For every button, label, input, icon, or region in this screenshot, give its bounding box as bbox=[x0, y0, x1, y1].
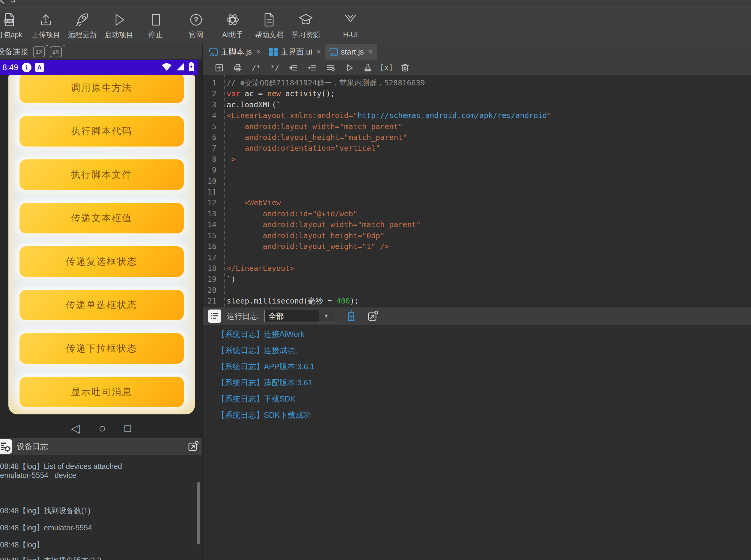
document-icon bbox=[262, 12, 277, 27]
phone-button-list: 调用原生方法执行脚本代码执行脚本文件传递文本框值传递复选框状态传递单选框状态传递… bbox=[8, 75, 195, 407]
tab-main-ui[interactable]: 主界面.ui × bbox=[265, 44, 325, 60]
phone-screen[interactable]: 调用原生方法执行脚本代码执行脚本文件传递文本框值传递复选框状态传递单选框状态传递… bbox=[8, 75, 195, 414]
comment-open-icon[interactable]: /* bbox=[247, 63, 266, 72]
main-toolbar: APK 打包apk 上传项目 远程更新 启动项目 停止 bbox=[0, 7, 751, 44]
device-log-entry: 08:48【log】 bbox=[0, 540, 193, 549]
code-line: 16 android:layout_weight="1" /> bbox=[203, 241, 751, 252]
phone-button[interactable]: 传递复选框状态 bbox=[19, 246, 184, 277]
run-log-entry: 【系统日志】连接AiWork bbox=[217, 330, 751, 338]
close-icon[interactable]: × bbox=[316, 47, 321, 57]
device-log-body[interactable]: 08:48【log】List of devices attached emula… bbox=[0, 455, 202, 560]
device-log-entries: 08:48【log】List of devices attached emula… bbox=[0, 462, 193, 560]
clear-log-brush-icon[interactable] bbox=[345, 309, 358, 323]
a-badge-icon: A bbox=[35, 63, 44, 72]
run-script-icon[interactable] bbox=[340, 63, 359, 72]
toolbar-ai-assistant[interactable]: AI助手 bbox=[214, 12, 251, 40]
phone-button[interactable]: 显示吐司消息 bbox=[19, 377, 184, 407]
device-mirror[interactable]: 8:49 i A 调用原生方法执行脚本代码执行脚本文件传递文本框值传递复 bbox=[0, 60, 202, 438]
apk-icon: APK bbox=[2, 12, 17, 27]
popout-icon[interactable] bbox=[187, 440, 199, 453]
toolbar-remote-update[interactable]: 远程更新 bbox=[64, 12, 101, 40]
outdent-icon[interactable] bbox=[284, 63, 303, 72]
svg-text:APK: APK bbox=[5, 19, 12, 23]
device-log-entry: 08:48【log】List of devices attached emula… bbox=[0, 462, 193, 480]
run-log-title: 运行日志 bbox=[227, 311, 258, 321]
hui-logo-icon bbox=[343, 13, 358, 28]
editor-tabbar: JS 主脚本.js × 主界面.ui × JS start.js × bbox=[203, 44, 751, 60]
code-line: 2var ac = new activity(); bbox=[203, 88, 751, 99]
device-log-entry: 08:48【log】emulator-5554 bbox=[0, 523, 193, 532]
comment-close-icon[interactable]: */ bbox=[266, 63, 284, 72]
stop-icon bbox=[149, 12, 162, 27]
phone-button[interactable]: 传递单选框状态 bbox=[19, 290, 184, 320]
editor-toolbar: /* */ [x] bbox=[203, 60, 751, 75]
toolbar-upload-project[interactable]: 上传项目 bbox=[27, 12, 64, 40]
code-line: 15 android:layout_height="0dp" bbox=[203, 231, 751, 241]
test-flask-icon[interactable] bbox=[359, 63, 377, 72]
phone-button[interactable]: 执行脚本代码 bbox=[19, 116, 184, 146]
scale-1x-button[interactable]: 1X bbox=[33, 46, 45, 57]
code-line: 10 bbox=[203, 176, 751, 187]
close-icon[interactable]: × bbox=[368, 47, 373, 57]
code-line: 18</LinearLayout> bbox=[203, 263, 751, 274]
phone-button[interactable]: 传递下拉框状态 bbox=[19, 333, 184, 364]
phone-button[interactable]: 执行脚本文件 bbox=[19, 159, 184, 190]
upload-icon bbox=[38, 12, 53, 27]
toolbar-official-site[interactable]: ? 官网 bbox=[178, 12, 214, 40]
chevron-down-icon: ▼ bbox=[319, 310, 334, 322]
toolbar-stop[interactable]: 停止 bbox=[137, 12, 174, 40]
variable-icon[interactable]: [x] bbox=[377, 63, 396, 72]
close-icon[interactable]: × bbox=[256, 47, 261, 57]
device-panel: 设备连接 1X 2X 8:49 i A bbox=[0, 44, 202, 560]
toolbar-package-apk[interactable]: APK 打包apk bbox=[0, 12, 27, 40]
code-editor[interactable]: 1// ⊛交流QQ群711841924群一，苹果内测群，5288166392va… bbox=[203, 75, 751, 307]
rocket-icon bbox=[74, 12, 91, 27]
device-log-header: 设备日志 bbox=[0, 438, 202, 455]
nav-home-icon[interactable]: ○ bbox=[99, 422, 106, 434]
code-line: 7 android:orientation="vertical" bbox=[203, 143, 751, 154]
gutter-divider bbox=[224, 75, 225, 307]
run-log-entry: 【系统日志】APP版本:3.6.1 bbox=[217, 363, 751, 371]
clear-trash-icon[interactable] bbox=[396, 63, 414, 72]
toolbar-separator bbox=[326, 12, 326, 40]
code-line: 14 android:layout_width="match_parent" bbox=[203, 219, 751, 230]
js-file-icon: JS bbox=[329, 48, 338, 56]
run-log-body[interactable]: 【系统日志】连接AiWork【系统日志】连接成功:【系统日志】APP版本:3.6… bbox=[203, 325, 751, 560]
play-icon bbox=[112, 12, 126, 27]
run-log-icon bbox=[208, 309, 221, 323]
nav-recents-icon[interactable]: □ bbox=[124, 423, 131, 434]
battery-icon bbox=[188, 62, 194, 73]
code-lines: 1// ⊛交流QQ群711841924群一，苹果内测群，5288166392va… bbox=[203, 78, 751, 307]
tab-start-js[interactable]: JS start.js × bbox=[325, 44, 377, 60]
question-circle-icon: ? bbox=[189, 12, 204, 27]
toolbar-hui[interactable]: H-UI bbox=[332, 13, 369, 39]
device-log-icon bbox=[0, 439, 12, 454]
graduation-icon bbox=[298, 12, 314, 27]
toolbar-separator bbox=[176, 12, 176, 40]
app-window: APK 打包apk 上传项目 远程更新 启动项目 停止 bbox=[0, 0, 751, 560]
print-icon[interactable] bbox=[228, 63, 247, 72]
code-line: 6 android:layout_height="match_parent" bbox=[203, 132, 751, 143]
phone-button[interactable]: 传递文本框值 bbox=[19, 203, 184, 234]
scale-2x-button[interactable]: 2X bbox=[50, 46, 62, 57]
log-filter-dropdown[interactable]: 全部 ▼ bbox=[265, 310, 334, 322]
indent-icon[interactable] bbox=[303, 63, 321, 72]
nav-back-icon[interactable]: ◁ bbox=[71, 422, 80, 434]
clipped-icon bbox=[0, 0, 7, 4]
code-line: 12 <WebView bbox=[203, 197, 751, 208]
new-snippet-icon[interactable] bbox=[210, 63, 228, 72]
popout-icon[interactable] bbox=[367, 309, 379, 323]
phone-button[interactable]: 调用原生方法 bbox=[19, 75, 184, 103]
phone-clock: 8:49 bbox=[2, 63, 18, 72]
device-log-scrollbar[interactable] bbox=[197, 482, 200, 544]
toolbar-help-docs[interactable]: 帮助文档 bbox=[251, 12, 288, 40]
format-code-icon[interactable] bbox=[321, 63, 340, 72]
toolbar-learning-resources[interactable]: 学习资源 bbox=[288, 12, 324, 40]
toolbar-run-project[interactable]: 启动项目 bbox=[101, 12, 137, 40]
info-icon: i bbox=[22, 63, 32, 72]
device-panel-header: 设备连接 1X 2X bbox=[0, 44, 202, 60]
tab-main-script[interactable]: JS 主脚本.js × bbox=[205, 44, 265, 60]
wifi-icon bbox=[161, 62, 172, 73]
code-line: 20 bbox=[203, 285, 751, 296]
device-log-entry: 08:48【log】本地插件版本:2.2 bbox=[0, 556, 193, 560]
